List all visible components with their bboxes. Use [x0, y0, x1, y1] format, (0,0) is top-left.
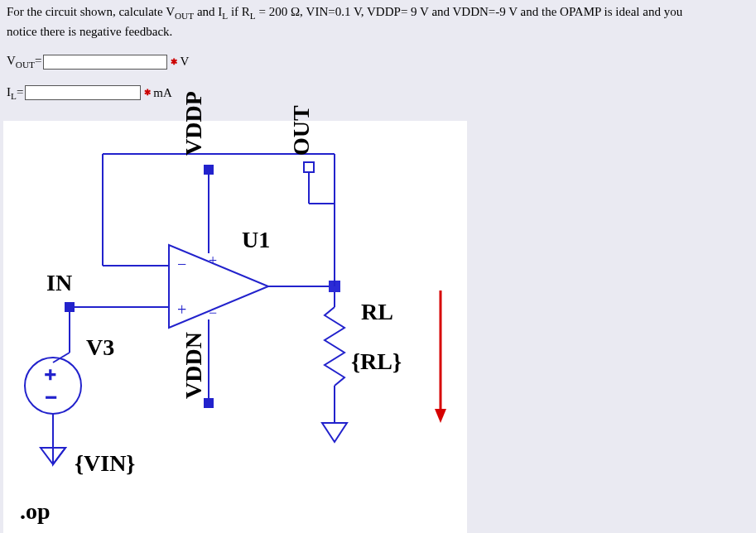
required-star-icon: ✱: [144, 87, 151, 98]
vout-row: VOUT= ✱ V: [7, 52, 749, 72]
svg-rect-25: [205, 399, 213, 407]
il-row: IL= ✱ mA: [7, 84, 749, 103]
vout-unit-wrap: ✱ V: [171, 53, 189, 70]
svg-rect-23: [205, 166, 213, 174]
q-p1: For the circuit shown, calculate V: [7, 5, 175, 18]
svg-text:−: −: [177, 255, 186, 273]
label-vin-param: {VIN}: [75, 450, 135, 477]
label-op-cmd: .op: [20, 498, 51, 525]
svg-text:+: +: [177, 300, 186, 319]
ground-icon: [322, 423, 347, 442]
svg-text:+: +: [45, 363, 56, 385]
il-unit: mA: [153, 84, 172, 102]
label-out: OUT: [288, 106, 315, 156]
q-p1d: = 200 Ω, VIN=0.1 V, VDDP= 9 V and VDDN=-…: [256, 5, 682, 18]
label-rl: RL: [361, 299, 393, 325]
q-p2: notice there is negative feedback.: [7, 25, 172, 38]
svg-marker-13: [41, 448, 65, 464]
ground-icon: [41, 444, 65, 464]
label-vddn: VDDN: [181, 332, 207, 399]
voltage-source-v3: + −: [25, 353, 81, 448]
q-sub-out: OUT: [175, 11, 194, 21]
wire-in: [65, 303, 169, 353]
q-sub-l2: L: [250, 11, 256, 21]
opamp-symbol: − + + −: [169, 245, 268, 328]
label-rl-param: {RL}: [351, 348, 402, 375]
vout-label: VOUT=: [7, 52, 41, 72]
svg-text:+: +: [209, 252, 217, 269]
label-in: IN: [46, 270, 72, 296]
svg-marker-36: [435, 409, 446, 423]
il-input[interactable]: [25, 85, 141, 100]
il-label: IL=: [7, 84, 23, 103]
circuit-diagram: − + + − + −: [3, 121, 467, 533]
circuit-svg: − + + − + −: [3, 121, 467, 533]
svg-marker-34: [322, 423, 347, 442]
label-v3: V3: [86, 334, 114, 361]
label-u1: U1: [242, 227, 270, 253]
out-node: [304, 162, 340, 292]
current-arrow-il: [435, 291, 446, 423]
required-star-icon: ✱: [171, 56, 177, 68]
vout-unit: V: [180, 53, 189, 70]
vout-input[interactable]: [43, 55, 167, 70]
svg-text:−: −: [46, 387, 57, 408]
q-p1c: if R: [228, 5, 250, 18]
question-text: For the circuit shown, calculate VOUT an…: [0, 0, 756, 106]
label-vddp: VDDP: [181, 91, 207, 156]
resistor-rl: [325, 292, 344, 423]
q-p1b: and I: [194, 5, 222, 18]
il-unit-wrap: ✱ mA: [144, 84, 172, 102]
svg-rect-28: [304, 162, 314, 172]
svg-text:−: −: [209, 305, 217, 321]
